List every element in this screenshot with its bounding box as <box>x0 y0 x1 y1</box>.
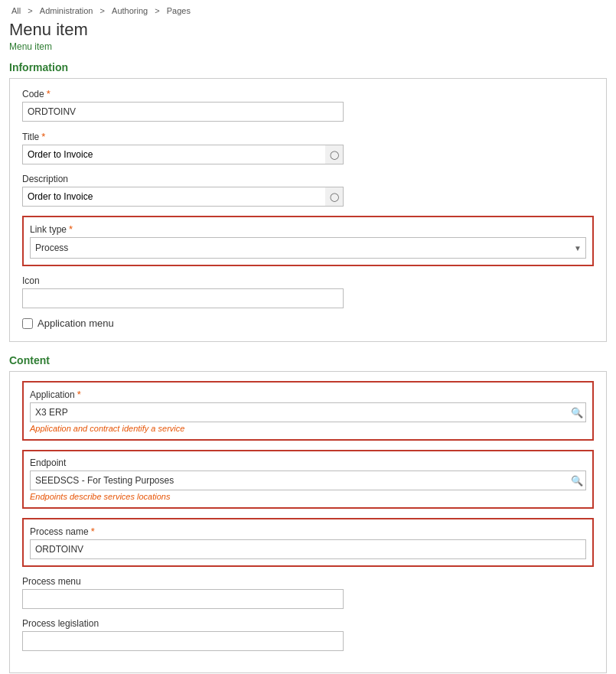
description-label: Description <box>22 174 594 184</box>
process-legislation-label: Process legislation <box>22 618 594 629</box>
application-required-star: * <box>77 389 81 400</box>
field-group-application: Application * 🔍 Application and contract… <box>22 381 594 441</box>
field-group-icon: Icon <box>22 275 594 308</box>
application-search-icon[interactable]: 🔍 <box>571 407 583 418</box>
link-type-select-wrapper: Process URL Page ▼ <box>30 237 586 259</box>
title-input-wrapper: ◯ <box>22 145 344 164</box>
section-content-title: Content <box>9 354 607 366</box>
breadcrumb-all[interactable]: All <box>11 6 21 15</box>
title-required-star: * <box>41 131 45 142</box>
description-input[interactable] <box>22 187 344 207</box>
endpoint-hint: Endpoints describe services locations <box>30 492 586 501</box>
title-input[interactable] <box>22 145 344 164</box>
code-label: Code * <box>22 88 594 99</box>
breadcrumb-sep-2: > <box>100 6 105 15</box>
field-group-process-legislation: Process legislation <box>22 618 594 651</box>
breadcrumb-pages[interactable]: Pages <box>167 6 191 15</box>
application-input-wrapper: 🔍 <box>30 402 586 422</box>
page-title: Menu item <box>9 20 607 40</box>
title-expand-icon[interactable]: ◯ <box>325 145 344 164</box>
section-information-title: Information <box>9 61 607 73</box>
process-name-label: Process name * <box>30 526 586 537</box>
application-menu-group: Application menu <box>22 317 594 329</box>
application-menu-label: Application menu <box>37 317 114 329</box>
information-card: Code * Title * ◯ Description ◯ Link type… <box>9 78 607 342</box>
field-group-process-menu: Process menu <box>22 576 594 609</box>
description-expand-icon[interactable]: ◯ <box>325 187 344 207</box>
endpoint-label: Endpoint <box>30 457 586 468</box>
page-subtitle[interactable]: Menu item <box>9 41 607 52</box>
code-input[interactable] <box>22 102 344 122</box>
endpoint-input[interactable] <box>30 470 586 490</box>
icon-input[interactable] <box>22 288 344 308</box>
application-input[interactable] <box>30 402 586 422</box>
endpoint-search-icon[interactable]: 🔍 <box>571 475 583 487</box>
field-group-description: Description ◯ <box>22 174 594 207</box>
field-group-link-type: Link type * Process URL Page ▼ <box>22 216 594 266</box>
field-group-process-name: Process name * <box>22 518 594 567</box>
field-group-endpoint: Endpoint 🔍 Endpoints describe services l… <box>22 450 594 509</box>
title-label: Title * <box>22 131 594 142</box>
application-label: Application * <box>30 389 586 400</box>
code-required-star: * <box>47 88 51 99</box>
breadcrumb-sep-1: > <box>28 6 32 15</box>
breadcrumb: All > Administration > Authoring > Pages <box>9 6 607 15</box>
application-hint: Application and contract identify a serv… <box>30 424 586 433</box>
process-legislation-input[interactable] <box>22 631 344 651</box>
breadcrumb-sep-3: > <box>155 6 159 15</box>
description-input-wrapper: ◯ <box>22 187 344 207</box>
breadcrumb-authoring[interactable]: Authoring <box>112 6 148 15</box>
field-group-title: Title * ◯ <box>22 131 594 164</box>
process-menu-label: Process menu <box>22 576 594 587</box>
endpoint-input-wrapper: 🔍 <box>30 470 586 490</box>
field-group-code: Code * <box>22 88 594 122</box>
process-name-input[interactable] <box>30 539 586 559</box>
icon-label: Icon <box>22 275 594 286</box>
link-type-required-star: * <box>69 223 73 235</box>
content-card: Application * 🔍 Application and contract… <box>9 371 607 673</box>
link-type-select[interactable]: Process URL Page <box>30 237 586 259</box>
process-name-required-star: * <box>91 526 95 537</box>
link-type-label: Link type * <box>30 223 586 235</box>
breadcrumb-administration[interactable]: Administration <box>40 6 93 15</box>
process-menu-input[interactable] <box>22 589 344 609</box>
application-menu-checkbox[interactable] <box>22 318 33 329</box>
